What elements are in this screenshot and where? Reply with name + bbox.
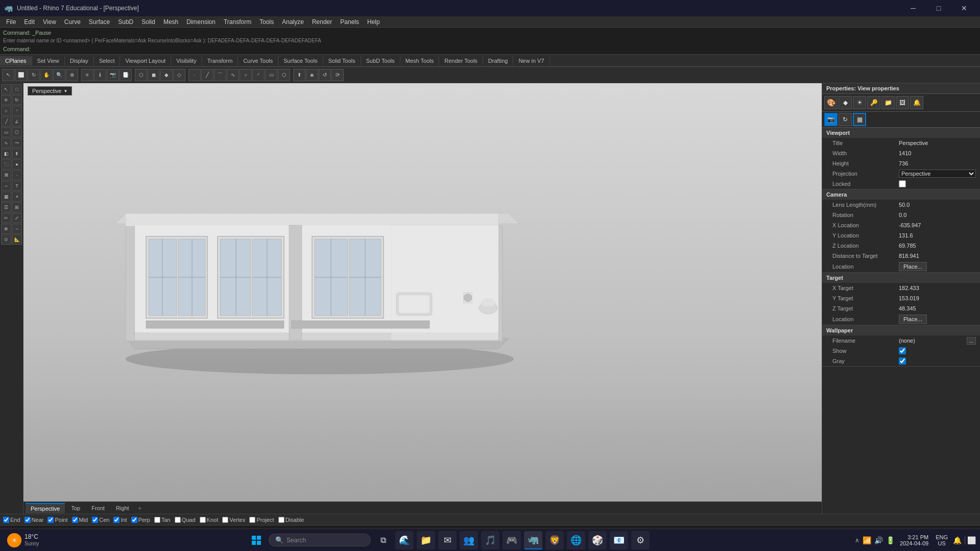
minimize-button[interactable]: ─ bbox=[901, 0, 925, 16]
lt-arc[interactable]: ◜ bbox=[12, 106, 22, 116]
lt-hatch[interactable]: ▦ bbox=[1, 191, 11, 202]
toolbar-ghosted[interactable]: ◇ bbox=[173, 69, 185, 81]
osnap-cen-checkbox[interactable] bbox=[92, 517, 98, 523]
start-button[interactable] bbox=[247, 531, 266, 549]
toolbar-select-pointer[interactable]: ↖ bbox=[2, 69, 14, 81]
tab-surface-tools[interactable]: Surface Tools bbox=[278, 56, 323, 65]
taskbar-app-edge[interactable]: 🌊 bbox=[395, 531, 414, 549]
toolbar-polygon[interactable]: ⬡ bbox=[278, 69, 290, 81]
lt-solid-sphere[interactable]: ● bbox=[12, 159, 22, 170]
osnap-int[interactable]: Int bbox=[113, 517, 127, 523]
toolbar-layer[interactable]: ≡ bbox=[81, 69, 93, 81]
tab-render-tools[interactable]: Render Tools bbox=[439, 56, 483, 65]
osnap-project-checkbox[interactable] bbox=[249, 517, 255, 523]
tab-solid-tools[interactable]: Solid Tools bbox=[323, 56, 361, 65]
prop-projection-select[interactable]: Perspective Parallel Two-Point Perspecti… bbox=[899, 170, 976, 178]
lt-move[interactable]: ✛ bbox=[1, 95, 11, 105]
taskbar-app-rhino[interactable]: 🦏 bbox=[524, 531, 542, 549]
osnap-perp[interactable]: Perp bbox=[131, 517, 150, 523]
camera-place-button[interactable]: Place... bbox=[899, 262, 927, 271]
gray-checkbox[interactable] bbox=[899, 357, 906, 365]
toolbar-sweep[interactable]: ⟳ bbox=[331, 69, 344, 81]
lt-polyline[interactable]: ∠ bbox=[12, 116, 22, 127]
menu-mesh[interactable]: Mesh bbox=[159, 17, 182, 27]
panel-icon-render[interactable]: ◆ bbox=[839, 96, 852, 109]
language-widget[interactable]: ENG US bbox=[934, 533, 950, 547]
tab-new-v7[interactable]: New in V7 bbox=[513, 56, 549, 65]
osnap-tan-checkbox[interactable] bbox=[154, 517, 160, 523]
target-place-button[interactable]: Place... bbox=[899, 315, 927, 324]
osnap-end[interactable]: End bbox=[3, 517, 20, 523]
taskbar-app-custom[interactable]: ⚙ bbox=[631, 531, 650, 549]
menu-curve[interactable]: Curve bbox=[60, 17, 85, 27]
menu-subd[interactable]: SubD bbox=[114, 17, 137, 27]
close-button[interactable]: ✕ bbox=[952, 0, 976, 16]
lt-freeform[interactable]: 〜 bbox=[12, 138, 22, 148]
osnap-cen[interactable]: Cen bbox=[92, 517, 109, 523]
panel-icon-bell[interactable]: 🔔 bbox=[910, 96, 923, 109]
tab-select[interactable]: Select bbox=[94, 56, 121, 65]
viewport-label[interactable]: Perspective ▼ bbox=[28, 86, 72, 95]
prop-locked-checkbox[interactable] bbox=[899, 180, 906, 187]
panel-icon-color[interactable]: 🎨 bbox=[824, 96, 838, 109]
taskbar-app-chrome[interactable]: 🌐 bbox=[567, 531, 585, 549]
toolbar-named-views[interactable]: 📷 bbox=[107, 69, 119, 81]
menu-analyze[interactable]: Analyze bbox=[278, 17, 308, 27]
toolbar-rendered[interactable]: ◆ bbox=[160, 69, 173, 81]
taskbar-app-outlook[interactable]: 📧 bbox=[610, 531, 628, 549]
chevron-up-icon[interactable]: ∧ bbox=[855, 537, 859, 544]
toolbar-circle[interactable]: ○ bbox=[240, 69, 252, 81]
panel-icon-grid[interactable]: ▦ bbox=[853, 113, 866, 126]
osnap-point[interactable]: Point bbox=[47, 517, 67, 523]
tab-viewport-layout[interactable]: Viewport Layout bbox=[120, 56, 171, 65]
lt-select[interactable]: ↖ bbox=[1, 84, 11, 94]
osnap-tan[interactable]: Tan bbox=[154, 517, 171, 523]
osnap-disable[interactable]: Disable bbox=[278, 517, 304, 523]
lt-extrude[interactable]: ⬆ bbox=[12, 149, 22, 159]
menu-help[interactable]: Help bbox=[363, 17, 384, 27]
osnap-perp-checkbox[interactable] bbox=[131, 517, 137, 523]
tab-set-view[interactable]: Set View bbox=[32, 56, 65, 65]
lt-extend[interactable]: ⤢ bbox=[12, 213, 22, 223]
task-view-button[interactable]: ⧉ bbox=[374, 531, 392, 549]
panel-icon-sun[interactable]: ☀ bbox=[853, 96, 866, 109]
weather-widget[interactable]: ☀ 18°C Sunny bbox=[4, 531, 42, 549]
lt-text[interactable]: T bbox=[12, 181, 22, 191]
osnap-end-checkbox[interactable] bbox=[3, 517, 9, 523]
toolbar-revolve[interactable]: ↺ bbox=[319, 69, 331, 81]
toolbar-line[interactable]: ╱ bbox=[201, 69, 213, 81]
scene-area[interactable] bbox=[23, 83, 822, 501]
tab-curve-tools[interactable]: Curve Tools bbox=[238, 56, 278, 65]
osnap-vertex-checkbox[interactable] bbox=[222, 517, 228, 523]
lt-point[interactable]: · bbox=[12, 170, 22, 180]
toolbar-polyline[interactable]: ⌒ bbox=[214, 69, 226, 81]
taskbar-search[interactable]: 🔍 Search bbox=[269, 534, 371, 546]
lt-groups[interactable]: ⊞ bbox=[12, 202, 22, 212]
toolbar-wireframe[interactable]: ⬡ bbox=[135, 69, 147, 81]
lt-rotate[interactable]: ↻ bbox=[12, 95, 22, 105]
toolbar-point[interactable]: · bbox=[188, 69, 201, 81]
lt-polygon[interactable]: ⬡ bbox=[12, 127, 22, 137]
toolbar-loft[interactable]: ◈ bbox=[306, 69, 318, 81]
toolbar-extrude[interactable]: ⬆ bbox=[293, 69, 305, 81]
taskbar-app-mail[interactable]: ✉ bbox=[438, 531, 457, 549]
osnap-mid[interactable]: Mid bbox=[72, 517, 88, 523]
menu-solid[interactable]: Solid bbox=[137, 17, 159, 27]
taskbar-app-teams[interactable]: 👥 bbox=[460, 531, 478, 549]
menu-surface[interactable]: Surface bbox=[85, 17, 114, 27]
lt-select-window[interactable]: □ bbox=[12, 84, 22, 94]
lt-curve[interactable]: ∿ bbox=[1, 138, 11, 148]
menu-view[interactable]: View bbox=[39, 17, 60, 27]
taskbar-app-explorer[interactable]: 📁 bbox=[417, 531, 435, 549]
lt-named-sel[interactable]: ☰ bbox=[1, 202, 11, 212]
menu-dimension[interactable]: Dimension bbox=[182, 17, 220, 27]
filename-browse-button[interactable]: ... bbox=[967, 337, 976, 345]
lt-fillet[interactable]: ⌢ bbox=[12, 224, 22, 234]
taskbar-app-brave[interactable]: 🦁 bbox=[545, 531, 564, 549]
tab-display[interactable]: Display bbox=[65, 56, 94, 65]
tab-transform[interactable]: Transform bbox=[202, 56, 238, 65]
viewport-tab-top[interactable]: Top bbox=[66, 504, 85, 513]
osnap-near-checkbox[interactable] bbox=[25, 517, 31, 523]
menu-edit[interactable]: Edit bbox=[20, 17, 39, 27]
osnap-disable-checkbox[interactable] bbox=[278, 517, 284, 523]
